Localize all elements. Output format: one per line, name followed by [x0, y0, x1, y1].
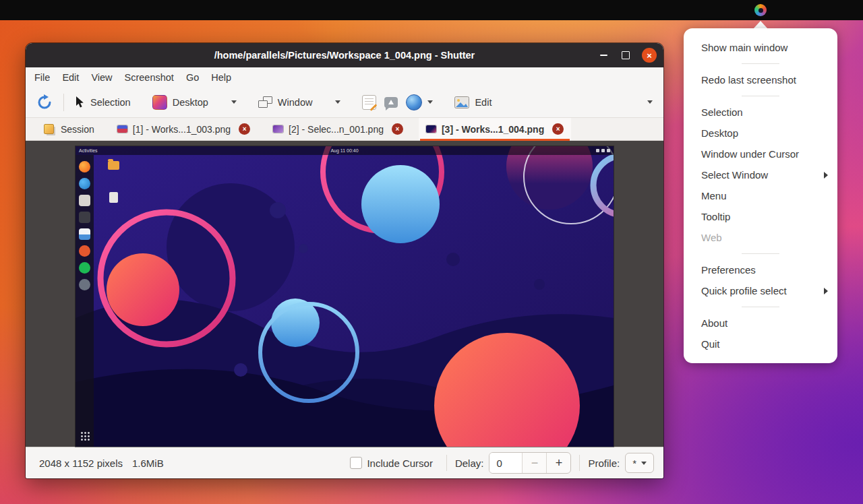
- delay-minus-button[interactable]: −: [522, 453, 546, 473]
- session-icon: [44, 124, 54, 134]
- preview-area: Activities Aug 11 00:40: [26, 141, 663, 447]
- desktop-gradient-icon: [152, 95, 167, 110]
- desktop-mode-button[interactable]: Desktop: [148, 92, 241, 113]
- dock-files-icon: [79, 195, 90, 206]
- cursor-icon: [75, 96, 85, 108]
- tray-menu-item-web: Web: [684, 227, 837, 248]
- dock-writer-icon: [79, 228, 90, 240]
- tab-close-button[interactable]: ×: [392, 123, 403, 135]
- include-cursor-label: Include Cursor: [367, 458, 433, 469]
- window-controls: ×: [597, 43, 657, 67]
- tray-menu-item-tooltip[interactable]: Tooltip: [684, 206, 837, 227]
- edit-label: Edit: [475, 97, 492, 108]
- file-size-label: 1.6MiB: [132, 458, 164, 469]
- system-top-bar: [0, 0, 863, 20]
- delay-label: Delay:: [455, 458, 484, 469]
- delay-plus-button[interactable]: +: [546, 453, 570, 473]
- preview-clock: Aug 11 00:40: [330, 146, 358, 155]
- redo-button[interactable]: [32, 92, 57, 113]
- shutter-tray-icon[interactable]: [754, 4, 767, 16]
- preview-dock: [76, 155, 94, 447]
- selection-mode-button[interactable]: Selection: [71, 94, 135, 111]
- statusbar-separator: [579, 455, 580, 471]
- desktop-folder-icon: [108, 161, 119, 170]
- menu-bar: File Edit View Screenshot Go Help: [26, 67, 663, 87]
- web-capture-button[interactable]: [402, 92, 437, 113]
- dock-mail-icon: [79, 178, 90, 189]
- menubar-help[interactable]: Help: [205, 72, 237, 83]
- dropdown-arrow-icon: [641, 462, 647, 465]
- tray-menu-item-quick-profile-select[interactable]: Quick profile select: [684, 280, 837, 301]
- tray-menu-item-preferences[interactable]: Preferences: [684, 259, 837, 280]
- dock-spotify-icon: [79, 262, 90, 274]
- export-bubble-icon: [384, 97, 398, 108]
- tray-menu-item-quit[interactable]: Quit: [684, 334, 837, 354]
- delay-input[interactable]: [489, 453, 522, 473]
- dropdown-arrow-icon: [647, 100, 653, 104]
- menu-item-label: Menu: [701, 190, 727, 201]
- tab-3[interactable]: [3] - Works...1_004.png ×: [419, 118, 571, 140]
- tab-session[interactable]: Session: [36, 118, 102, 140]
- tray-menu-item-menu[interactable]: Menu: [684, 185, 837, 206]
- tab-1[interactable]: [1] - Works...1_003.png ×: [110, 118, 258, 140]
- window-titlebar[interactable]: /home/parallels/Pictures/Workspace 1_004…: [26, 43, 663, 67]
- tray-menu-item-window-under-cursor[interactable]: Window under Cursor: [684, 144, 837, 164]
- tray-menu-item-redo-last-screenshot[interactable]: Redo last screenshot: [684, 69, 837, 90]
- menu-item-label: Tooltip: [701, 211, 730, 222]
- maximize-button[interactable]: [620, 49, 632, 61]
- tray-menu-item-selection[interactable]: Selection: [684, 102, 837, 123]
- profile-value: *: [632, 458, 636, 469]
- statusbar-separator: [446, 455, 447, 471]
- profile-label: Profile:: [588, 458, 620, 469]
- window-mode-button[interactable]: Window: [254, 94, 345, 111]
- toolbar-overflow-button[interactable]: [643, 98, 657, 106]
- app-grid-icon: [80, 431, 90, 441]
- menu-item-label: About: [701, 317, 727, 329]
- menu-item-label: Quit: [701, 338, 720, 350]
- include-cursor-checkbox[interactable]: [350, 457, 362, 469]
- tab-label: [2] - Selec...n_001.png: [289, 124, 384, 135]
- edit-button[interactable]: Edit: [450, 94, 496, 111]
- note-edit-button[interactable]: [358, 92, 380, 113]
- globe-icon: [406, 94, 422, 111]
- preview-activities-label: Activities: [79, 148, 98, 153]
- menubar-screenshot[interactable]: Screenshot: [119, 72, 180, 83]
- screenshot-preview[interactable]: Activities Aug 11 00:40: [76, 146, 614, 447]
- tab-close-button[interactable]: ×: [552, 123, 564, 135]
- menu-item-label: Redo last screenshot: [701, 74, 796, 86]
- tab-label: [1] - Works...1_003.png: [133, 124, 231, 135]
- tray-menu-item-desktop[interactable]: Desktop: [684, 123, 837, 144]
- tray-menu-item-show-main-window[interactable]: Show main window: [684, 37, 837, 58]
- minimize-button[interactable]: [597, 49, 609, 61]
- dock-terminal-icon: [79, 212, 90, 223]
- menu-item-label: Web: [701, 232, 722, 243]
- tray-icon-center: [758, 8, 763, 13]
- tab-thumbnail-icon: [273, 125, 283, 133]
- menu-separator: [742, 63, 779, 64]
- menubar-file[interactable]: File: [28, 72, 56, 83]
- menu-item-label: Select Window: [701, 169, 768, 181]
- windows-icon: [258, 96, 272, 108]
- maximize-icon: [622, 51, 630, 59]
- dock-software-icon: [79, 245, 90, 257]
- menubar-go[interactable]: Go: [180, 72, 205, 83]
- close-button[interactable]: ×: [642, 48, 657, 63]
- tray-menu-item-select-window[interactable]: Select Window: [684, 164, 837, 185]
- menubar-edit[interactable]: Edit: [56, 72, 85, 83]
- tray-menu-item-about[interactable]: About: [684, 313, 837, 334]
- delay-spinner: − +: [489, 452, 571, 474]
- tab-bar: Session [1] - Works...1_003.png × [2] - …: [26, 117, 663, 141]
- tab-label: [3] - Works...1_004.png: [442, 124, 544, 135]
- image-dimensions-label: 2048 x 1152 pixels: [39, 458, 123, 469]
- menu-item-label: Show main window: [701, 42, 787, 53]
- toolbar-separator: [63, 94, 64, 111]
- menu-item-label: Window under Cursor: [701, 148, 799, 160]
- tab-close-button[interactable]: ×: [239, 123, 250, 135]
- tab-label: Session: [61, 124, 94, 135]
- window-title: /home/parallels/Pictures/Workspace 1_004…: [26, 50, 663, 61]
- menubar-view[interactable]: View: [85, 72, 118, 83]
- tab-2[interactable]: [2] - Selec...n_001.png ×: [266, 118, 411, 140]
- submenu-arrow-icon: [824, 172, 828, 179]
- profile-select-button[interactable]: *: [625, 453, 654, 473]
- export-button[interactable]: [380, 94, 402, 111]
